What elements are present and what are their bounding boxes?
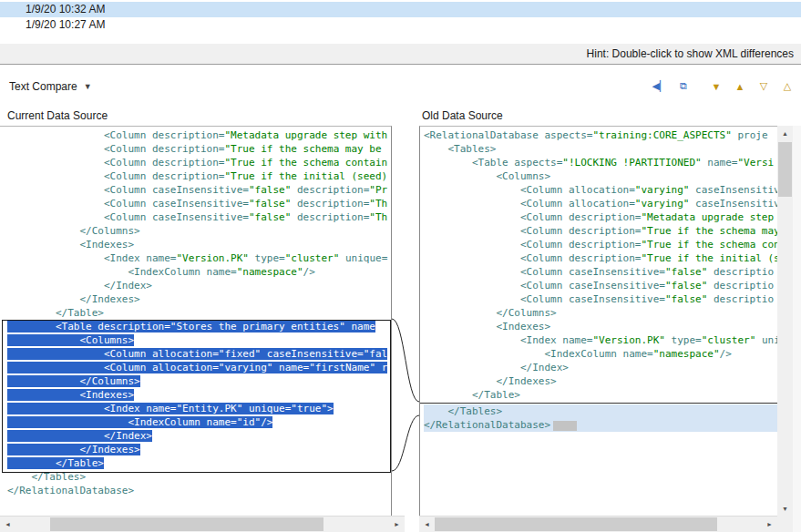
code-line[interactable]: </Index>	[424, 361, 777, 374]
code-line[interactable]: <Table aspects="!LOCKING !PARTITIONED" n…	[424, 156, 777, 169]
code-line[interactable]: <Columns>	[424, 169, 777, 183]
vertical-scroll-thumb[interactable]	[778, 142, 792, 197]
left-pane-title: Current Data Source	[7, 109, 108, 122]
code-line[interactable]: <Indexes>	[7, 388, 391, 402]
code-line[interactable]: <Index name="Version.PK" type="cluster" …	[7, 251, 391, 265]
code-line[interactable]: <Column description="True if the schema …	[7, 156, 391, 169]
right-editor[interactable]: <RelationalDatabase aspects="training:CO…	[419, 126, 777, 517]
chevron-down-icon: ▼	[84, 82, 92, 91]
next-change-icon[interactable]: ▽	[755, 78, 772, 95]
previous-change-icon[interactable]: △	[779, 78, 796, 95]
left-editor[interactable]: <Column description="Metadata upgrade st…	[0, 126, 392, 517]
code-line[interactable]: <Column description="True if the schema …	[424, 238, 777, 251]
right-vertical-scrollbar[interactable]: ▲ ▼	[777, 126, 793, 517]
code-line[interactable]: <Column caseInsensitive="false" descript…	[7, 183, 391, 197]
history-row-label: 1/9/20 10:32 AM	[26, 3, 105, 15]
code-line[interactable]: </RelationalDatabase>	[7, 484, 391, 497]
code-line[interactable]: <IndexColumn name="namespace"/>	[424, 347, 777, 361]
scroll-right-icon[interactable]: ►	[389, 517, 405, 532]
code-line[interactable]: </Table>	[7, 306, 391, 320]
code-line[interactable]: <IndexColumn name="id"/>	[7, 415, 391, 429]
next-difference-icon[interactable]: ▼	[708, 78, 724, 95]
code-line[interactable]: </Table>	[424, 388, 777, 402]
code-line[interactable]: <Column description="True if the schema …	[7, 142, 391, 156]
history-row[interactable]: 1/9/20 10:32 AM	[0, 2, 801, 17]
selection-artifact	[553, 421, 577, 431]
code-line[interactable]: </Table>	[7, 456, 391, 470]
right-code: <RelationalDatabase aspects="training:CO…	[420, 127, 777, 432]
code-line[interactable]: <Index name="Entity.PK" unique="true">	[7, 402, 391, 415]
compare-header: Text Compare ▼ ◀▏⧉▼▲▽△	[0, 65, 801, 107]
code-line[interactable]: </Index>	[7, 429, 391, 443]
code-line[interactable]: </Columns>	[7, 374, 391, 388]
previous-difference-icon[interactable]: ▲	[732, 78, 748, 95]
horizontal-scroll-thumb[interactable]	[435, 517, 717, 531]
code-line[interactable]: <Column description="True if the initial…	[424, 251, 777, 265]
scroll-right-icon[interactable]: ►	[762, 517, 777, 532]
code-line[interactable]: </Indexes>	[424, 374, 777, 388]
code-line[interactable]: <Table description="Stores the primary e…	[7, 320, 391, 333]
code-line[interactable]: </Index>	[7, 279, 391, 292]
code-line[interactable]: <IndexColumn name="namespace"/>	[7, 265, 391, 279]
scroll-down-icon[interactable]: ▼	[777, 501, 793, 517]
code-line[interactable]: <Column allocation="fixed" caseInsensiti…	[7, 347, 391, 361]
left-code: <Column description="Metadata upgrade st…	[0, 127, 391, 497]
gutter-bottom-spacer	[405, 517, 419, 532]
right-horizontal-scrollbar[interactable]: ◄ ►	[419, 516, 777, 532]
scroll-up-icon[interactable]: ▲	[777, 126, 793, 141]
compare-title: Text Compare	[9, 80, 77, 93]
horizontal-scroll-thumb[interactable]	[50, 517, 323, 531]
code-line[interactable]: <Column description="Metadata upgrade st…	[424, 210, 777, 224]
history-list: 1/9/20 10:32 AM 1/9/20 10:27 AM	[0, 0, 801, 44]
diff-overview-ruler[interactable]	[793, 126, 801, 532]
code-line[interactable]: <Column description="Metadata upgrade st…	[7, 128, 391, 142]
code-line[interactable]: </Columns>	[7, 224, 391, 238]
code-line[interactable]: <Column caseInsensitive="false" descript…	[424, 279, 777, 292]
code-line[interactable]: <Column allocation="varying" name="first…	[7, 361, 391, 374]
compare-editor-window: 1/9/20 10:32 AM 1/9/20 10:27 AM Hint: Do…	[0, 0, 801, 532]
code-line[interactable]: </Indexes>	[7, 443, 391, 456]
hint-bar: Hint: Double-click to show XML differenc…	[0, 44, 801, 65]
code-line[interactable]: <Index name="Version.PK" type="cluster" …	[424, 333, 777, 347]
history-row-label: 1/9/20 10:27 AM	[26, 18, 105, 31]
swap-left-right-icon[interactable]: ◀▏	[652, 78, 668, 95]
code-line[interactable]: <Column allocation="varying" caseInsensi…	[424, 197, 777, 210]
code-line[interactable]: <Column allocation="varying" caseInsensi…	[424, 183, 777, 197]
text-compare-viewer: Text Compare ▼ ◀▏⧉▼▲▽△ Current Data Sour…	[0, 65, 801, 532]
copy-current-change-icon[interactable]: ⧉	[675, 78, 692, 95]
code-line[interactable]: <Column description="True if the initial…	[7, 169, 391, 183]
pane-headers: Current Data Source Old Data Source	[0, 107, 801, 126]
scrollbar-corner	[777, 517, 793, 532]
code-line[interactable]: <Column description="True if the schema …	[424, 224, 777, 238]
code-line[interactable]: <Column caseInsensitive="false" descript…	[424, 265, 777, 279]
code-line[interactable]: <Column caseInsensitive="false" descript…	[424, 292, 777, 306]
right-pane-title: Old Data Source	[422, 109, 503, 122]
code-line[interactable]: <Indexes>	[424, 320, 777, 333]
text-compare-dropdown[interactable]: Text Compare ▼	[9, 80, 92, 93]
code-line[interactable]: <Columns>	[7, 333, 391, 347]
hint-text: Hint: Double-click to show XML differenc…	[587, 47, 794, 60]
diff-connector-lines	[392, 126, 419, 517]
code-line[interactable]: <Column caseInsensitive="false" descript…	[7, 197, 391, 210]
code-line[interactable]: <Column caseInsensitive="false" descript…	[7, 210, 391, 224]
left-horizontal-scrollbar[interactable]: ◄ ►	[0, 516, 405, 532]
compare-toolbar: ◀▏⧉▼▲▽△	[644, 78, 801, 95]
code-line[interactable]: <Tables>	[424, 142, 777, 156]
code-line[interactable]: </Indexes>	[7, 292, 391, 306]
code-line[interactable]: </Columns>	[424, 306, 777, 320]
code-line[interactable]: <Indexes>	[7, 238, 391, 251]
history-row[interactable]: 1/9/20 10:27 AM	[0, 17, 801, 33]
code-line[interactable]: </RelationalDatabase>	[424, 418, 777, 432]
diff-connector-gutter	[392, 126, 419, 517]
scroll-left-icon[interactable]: ◄	[419, 517, 435, 532]
code-line[interactable]: </Tables>	[7, 470, 391, 484]
code-line[interactable]: <RelationalDatabase aspects="training:CO…	[424, 128, 777, 142]
code-line[interactable]: </Tables>	[424, 404, 777, 418]
scroll-left-icon[interactable]: ◄	[0, 517, 15, 532]
